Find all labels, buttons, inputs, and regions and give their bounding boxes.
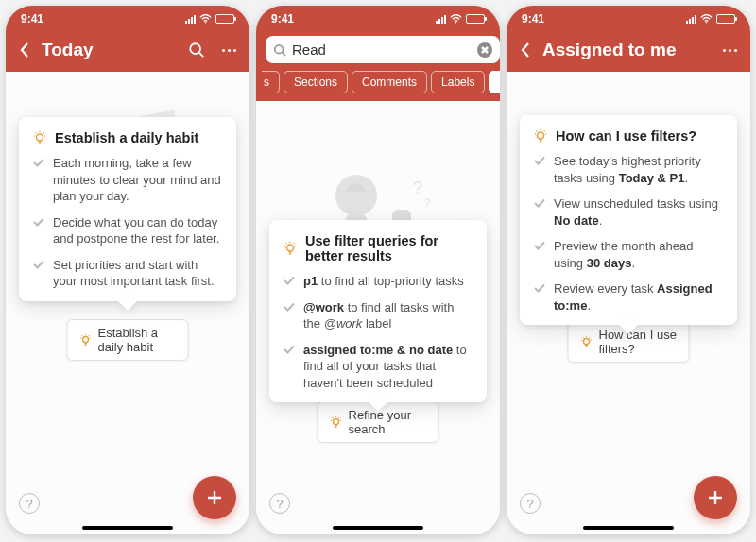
tip-text: assigned to:me & no date to find all of …	[303, 342, 473, 392]
tip-card: Establish a daily habit Each morning, ta…	[19, 117, 236, 301]
search-button[interactable]: 8.5" cy="8.5" r="6"/>	[688, 41, 707, 59]
help-button[interactable]: ?	[269, 493, 290, 514]
tip-card-title: Establish a daily habit	[55, 130, 198, 145]
battery-icon	[466, 14, 485, 24]
tip-text: Review every task Assigned to:me.	[554, 280, 724, 313]
chip-labels[interactable]: Labels	[431, 71, 485, 93]
tip-card-title: How can I use filters?	[556, 128, 696, 144]
chip-partial[interactable]: s	[262, 71, 280, 93]
svg-text:?: ?	[413, 178, 422, 197]
phone-screen-assigned: 9:41 Assigned to me 8.5" cy="8.5" r="6"/…	[507, 6, 750, 534]
check-icon	[32, 258, 45, 271]
lightbulb-icon	[32, 130, 47, 145]
signal-icon	[436, 14, 446, 24]
check-icon	[283, 343, 296, 356]
tip-pill-label: Refine your search	[349, 408, 427, 436]
tip-item: Preview the month ahead using 30 days.	[533, 238, 724, 271]
svg-point-13	[275, 44, 284, 53]
help-button[interactable]: ?	[19, 493, 40, 514]
svg-point-0	[205, 22, 206, 23]
search-box[interactable]	[266, 36, 500, 63]
chip-sections[interactable]: Sections	[284, 71, 348, 93]
tip-item: Each morning, take a few minutes to clea…	[32, 155, 223, 205]
help-button[interactable]: ?	[520, 493, 541, 514]
status-icons	[185, 14, 234, 24]
phone-screen-today: 9:41 Today Es	[6, 6, 249, 534]
svg-point-24	[333, 419, 338, 425]
more-icon	[723, 49, 737, 52]
topbar: Assigned to me 8.5" cy="8.5" r="6"/>	[507, 32, 750, 72]
tip-pill[interactable]: Establish a daily habit	[67, 319, 189, 361]
tip-item: Decide what you can do today and postpon…	[32, 214, 223, 247]
search-icon	[273, 43, 286, 57]
bottom-bar: ?	[6, 466, 249, 534]
svg-point-1	[190, 43, 200, 54]
tip-item: assigned to:me & no date to find all of …	[283, 342, 473, 392]
tip-text: See today's highest priority tasks using…	[554, 153, 724, 186]
tip-item: See today's highest priority tasks using…	[533, 153, 724, 186]
tip-item: Set priorities and start with your most …	[32, 257, 223, 290]
more-button[interactable]	[720, 41, 739, 59]
tip-card: How can I use filters? See today's highe…	[520, 115, 737, 325]
status-bar: 9:41	[507, 6, 750, 32]
topbar: Today	[6, 32, 249, 72]
lightbulb-icon	[533, 128, 548, 144]
tip-item: Review every task Assigned to:me.	[533, 280, 724, 313]
bottom-bar: ?	[256, 466, 500, 534]
more-button[interactable]	[219, 41, 238, 59]
check-icon	[533, 281, 546, 295]
home-indicator	[583, 526, 674, 530]
svg-line-14	[283, 52, 286, 56]
status-icons	[436, 14, 485, 24]
tip-text: Preview the month ahead using 30 days.	[554, 238, 724, 271]
tip-text: Each morning, take a few minutes to clea…	[53, 155, 223, 205]
add-task-fab[interactable]	[193, 476, 236, 519]
svg-point-12	[455, 22, 456, 23]
status-time: 9:41	[271, 12, 294, 25]
check-icon	[533, 239, 546, 252]
battery-icon	[716, 14, 735, 24]
back-button[interactable]	[17, 42, 32, 58]
chip-filters[interactable]: Filters	[489, 71, 500, 93]
search-input[interactable]	[292, 42, 472, 58]
content-area: ?? Use filter queries for better results…	[256, 101, 500, 534]
clear-search-button[interactable]	[477, 42, 492, 58]
svg-point-23	[287, 245, 294, 251]
svg-point-18	[335, 175, 377, 216]
svg-point-28	[538, 132, 544, 139]
status-bar: 9:41	[6, 6, 249, 32]
home-indicator	[333, 526, 423, 530]
back-button[interactable]	[518, 42, 533, 58]
tip-item: @work to find all tasks with the @work l…	[283, 299, 473, 332]
page-title: Today	[42, 40, 178, 60]
search-button[interactable]	[187, 41, 206, 59]
add-task-fab[interactable]	[694, 476, 737, 519]
tip-card: Use filter queries for better results p1…	[269, 220, 487, 402]
check-icon	[283, 274, 296, 287]
tip-text: Set priorities and start with your most …	[53, 257, 223, 290]
tip-pill-label: How can I use filters?	[599, 328, 678, 356]
close-icon	[481, 46, 489, 54]
phone-screen-search: 9:41 Cancel s Sections Comments Labels F…	[256, 6, 500, 534]
page-title: Assigned to me	[542, 40, 679, 60]
svg-point-25	[706, 22, 707, 23]
content-area: Establish a daily habit Each morning, ta…	[6, 72, 249, 534]
tip-text: @work to find all tasks with the @work l…	[303, 299, 473, 332]
status-icons	[686, 14, 735, 24]
tip-text: Decide what you can do today and postpon…	[53, 214, 223, 247]
search-header: Cancel	[256, 32, 500, 69]
tip-list: Each morning, take a few minutes to clea…	[32, 155, 223, 290]
topbar-actions: 8.5" cy="8.5" r="6"/>	[688, 41, 739, 59]
chip-comments[interactable]: Comments	[352, 71, 427, 93]
svg-line-2	[199, 53, 204, 58]
wifi-icon	[199, 14, 212, 24]
more-icon	[222, 49, 236, 52]
tip-list: See today's highest priority tasks using…	[533, 153, 724, 313]
tip-text: p1 to find all top-priority tasks	[303, 273, 464, 290]
svg-point-8	[37, 134, 43, 141]
tip-card-title: Use filter queries for better results	[305, 233, 473, 263]
battery-icon	[215, 14, 234, 24]
check-icon	[533, 196, 546, 210]
lightbulb-icon	[330, 415, 343, 429]
status-bar: 9:41	[256, 6, 500, 32]
